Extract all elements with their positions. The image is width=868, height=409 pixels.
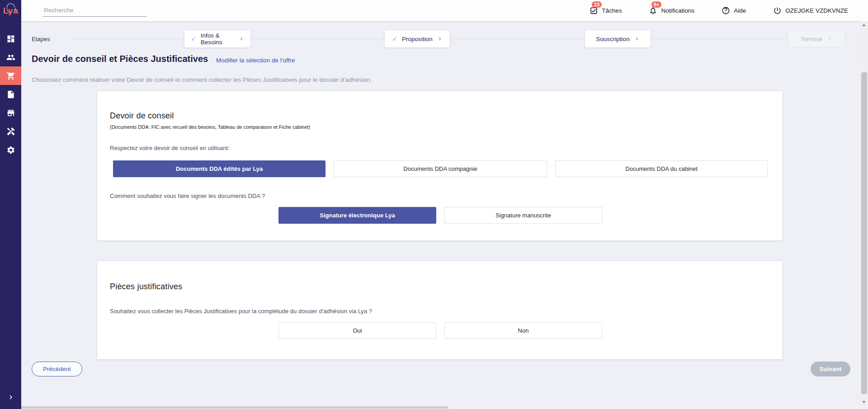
sidebar: Lya bbox=[0, 0, 21, 409]
dashboard-icon bbox=[6, 34, 15, 43]
step-label: Souscription bbox=[596, 36, 629, 42]
step-label: Terminé bbox=[800, 36, 822, 42]
tasks-button[interactable]: 23 Tâches bbox=[589, 6, 622, 16]
search-input[interactable] bbox=[43, 5, 147, 17]
option-documents-dda-compagnie[interactable]: Documents DDA compagnie bbox=[334, 160, 547, 177]
option-non[interactable]: Non bbox=[444, 322, 602, 339]
notifications-badge: 9+ bbox=[651, 1, 661, 8]
question-circle-icon bbox=[722, 6, 730, 15]
edit-offer-link[interactable]: Modifier la sélection de l'offre bbox=[216, 57, 295, 64]
documents-card: Pièces justificatives Souhaitez vous col… bbox=[97, 261, 783, 359]
page-title: Devoir de conseil et Pièces Justificativ… bbox=[32, 54, 208, 64]
cart-icon bbox=[6, 71, 15, 80]
user-menu-button[interactable]: OZEJGKE VZDKVNZE bbox=[772, 6, 848, 16]
power-icon-wrap bbox=[772, 6, 782, 16]
sidebar-item-settings[interactable] bbox=[0, 141, 21, 159]
storefront-icon bbox=[6, 108, 15, 118]
page-subtitle: Choisissez comment réaliser votre Devoir… bbox=[32, 76, 372, 83]
step-label: Proposition bbox=[402, 36, 433, 42]
sidebar-expand-button[interactable] bbox=[0, 394, 21, 401]
people-icon bbox=[6, 53, 15, 62]
vertical-scrollbar[interactable] bbox=[860, 21, 868, 406]
option-documents-dda-cabinet[interactable]: Documents DDA du cabinet bbox=[555, 160, 768, 177]
sidebar-item-tools[interactable] bbox=[0, 122, 21, 141]
advice-card-note: (Documents DDA: FIC avec recueil des bes… bbox=[110, 124, 310, 130]
sidebar-item-dashboard[interactable] bbox=[0, 29, 21, 48]
lya-logo[interactable]: Lya bbox=[0, 0, 21, 21]
help-icon-wrap bbox=[721, 6, 731, 16]
notifications-button[interactable]: 9+ Notifications bbox=[648, 6, 695, 16]
tools-icon bbox=[6, 127, 15, 136]
scroll-down-arrow-icon[interactable] bbox=[862, 401, 866, 404]
user-name-label: OZEJGKE VZDKVNZE bbox=[785, 7, 848, 14]
step-infos-besoins[interactable]: ✓ Infos & Besoins bbox=[184, 30, 250, 47]
tasks-icon-wrap: 23 bbox=[589, 6, 599, 16]
sidebar-item-cart-active[interactable] bbox=[0, 66, 21, 85]
option-documents-dda-lya[interactable]: Documents DDA édités par Lya bbox=[113, 160, 326, 177]
advice-prompt-2: Comment souhaitez vous faire signer les … bbox=[110, 193, 265, 199]
sidebar-item-store[interactable] bbox=[0, 103, 21, 122]
advice-card-title: Devoir de conseil bbox=[110, 111, 174, 121]
documents-card-title: Pièces justificatives bbox=[110, 282, 182, 291]
help-label: Aide bbox=[734, 7, 746, 14]
chevron-right-icon bbox=[827, 36, 832, 42]
stepper-label: Etapes bbox=[32, 36, 50, 42]
sidebar-item-documents[interactable] bbox=[0, 85, 21, 103]
chevron-right-icon bbox=[7, 394, 14, 401]
check-icon: ✓ bbox=[392, 35, 397, 42]
main-content: Etapes ✓ Infos & Besoins ✓ Proposition S… bbox=[21, 21, 868, 409]
step-souscription[interactable]: Souscription bbox=[585, 30, 651, 47]
notifications-icon-wrap: 9+ bbox=[648, 6, 658, 16]
notifications-label: Notifications bbox=[661, 7, 695, 14]
option-oui[interactable]: Oui bbox=[278, 322, 436, 339]
topbar-right: 23 Tâches 9+ Notifications Aide bbox=[589, 6, 868, 16]
documents-prompt: Souhaitez vous collecter les Pièces Just… bbox=[110, 308, 372, 315]
advice-card: Devoir de conseil (Documents DDA: FIC av… bbox=[97, 91, 783, 240]
horizontal-scrollbar-thumb[interactable] bbox=[21, 406, 448, 409]
chevron-right-icon bbox=[239, 36, 244, 42]
chevron-right-icon bbox=[634, 36, 640, 42]
sidebar-nav bbox=[0, 29, 21, 159]
search-wrap bbox=[43, 5, 147, 17]
step-termine: Terminé bbox=[788, 30, 845, 47]
sidebar-item-contacts[interactable] bbox=[0, 48, 21, 66]
app-root: Lya bbox=[0, 0, 868, 409]
advice-prompt-1: Respectez votre devoir de conseil en uti… bbox=[110, 145, 229, 151]
document-icon bbox=[6, 90, 15, 99]
tasks-badge: 23 bbox=[592, 1, 602, 8]
power-icon bbox=[773, 6, 782, 15]
next-button-disabled[interactable]: Suivant bbox=[811, 362, 850, 376]
option-signature-manuscrite[interactable]: Signature manuscrite bbox=[444, 207, 602, 224]
previous-button[interactable]: Précédent bbox=[32, 362, 82, 376]
scroll-up-arrow-icon[interactable] bbox=[862, 24, 866, 26]
horizontal-scrollbar[interactable] bbox=[21, 406, 860, 409]
check-icon: ✓ bbox=[191, 35, 196, 42]
step-proposition[interactable]: ✓ Proposition bbox=[385, 30, 450, 47]
topbar: 23 Tâches 9+ Notifications Aide bbox=[21, 0, 868, 21]
gear-icon bbox=[6, 146, 15, 155]
step-label: Infos & Besoins bbox=[201, 32, 234, 46]
help-button[interactable]: Aide bbox=[721, 6, 746, 16]
stepper: Etapes ✓ Infos & Besoins ✓ Proposition S… bbox=[21, 21, 868, 49]
chevron-right-icon bbox=[437, 36, 443, 42]
option-signature-electronique[interactable]: Signature électronique Lya bbox=[278, 207, 436, 224]
tasks-label: Tâches bbox=[602, 7, 622, 14]
vertical-scrollbar-thumb[interactable] bbox=[861, 72, 867, 394]
